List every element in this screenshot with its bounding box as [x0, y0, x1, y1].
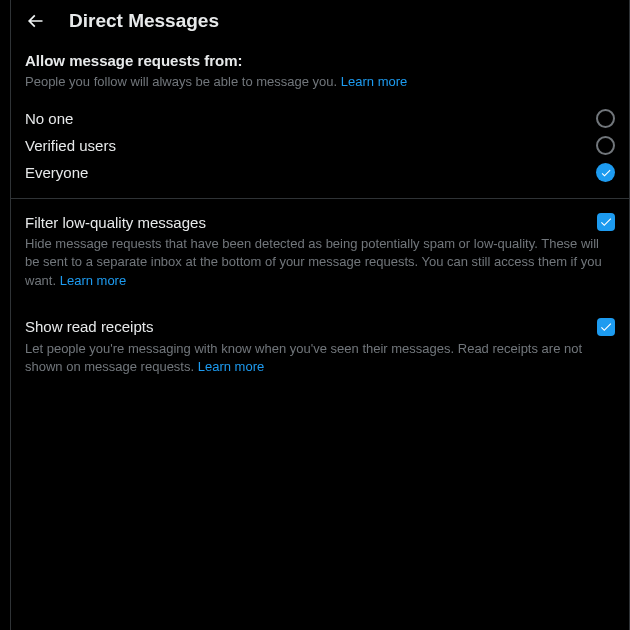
radio-option-everyone[interactable]: Everyone	[11, 159, 629, 186]
filter-low-quality-title: Filter low-quality messages	[25, 214, 206, 231]
read-receipts-title: Show read receipts	[25, 318, 153, 335]
checkmark-icon	[599, 320, 613, 334]
radio-unchecked-icon	[596, 109, 615, 128]
allow-requests-title: Allow message requests from:	[25, 52, 615, 69]
page-title: Direct Messages	[69, 10, 219, 32]
allow-requests-section: Allow message requests from: People you …	[11, 42, 629, 105]
radio-label: Everyone	[25, 164, 88, 181]
radio-label: Verified users	[25, 137, 116, 154]
read-receipts-section: Show read receipts Let people you're mes…	[11, 304, 629, 390]
filter-low-quality-checkbox[interactable]	[597, 213, 615, 231]
checkmark-icon	[599, 215, 613, 229]
radio-option-verified[interactable]: Verified users	[11, 132, 629, 159]
read-receipts-description: Let people you're messaging with know wh…	[25, 340, 615, 376]
filter-low-quality-section: Filter low-quality messages Hide message…	[11, 199, 629, 304]
learn-more-link[interactable]: Learn more	[198, 359, 264, 374]
header: Direct Messages	[11, 0, 629, 42]
radio-checked-icon	[596, 163, 615, 182]
settings-panel: Direct Messages Allow message requests f…	[10, 0, 630, 630]
learn-more-link[interactable]: Learn more	[60, 273, 126, 288]
read-receipts-row: Show read receipts	[25, 318, 615, 336]
radio-option-no-one[interactable]: No one	[11, 105, 629, 132]
filter-low-quality-row: Filter low-quality messages	[25, 213, 615, 231]
radio-label: No one	[25, 110, 73, 127]
filter-low-quality-description: Hide message requests that have been det…	[25, 235, 615, 290]
learn-more-link[interactable]: Learn more	[341, 74, 407, 89]
back-arrow-icon[interactable]	[25, 11, 45, 31]
radio-unchecked-icon	[596, 136, 615, 155]
read-receipts-checkbox[interactable]	[597, 318, 615, 336]
allow-requests-description: People you follow will always be able to…	[25, 73, 615, 91]
